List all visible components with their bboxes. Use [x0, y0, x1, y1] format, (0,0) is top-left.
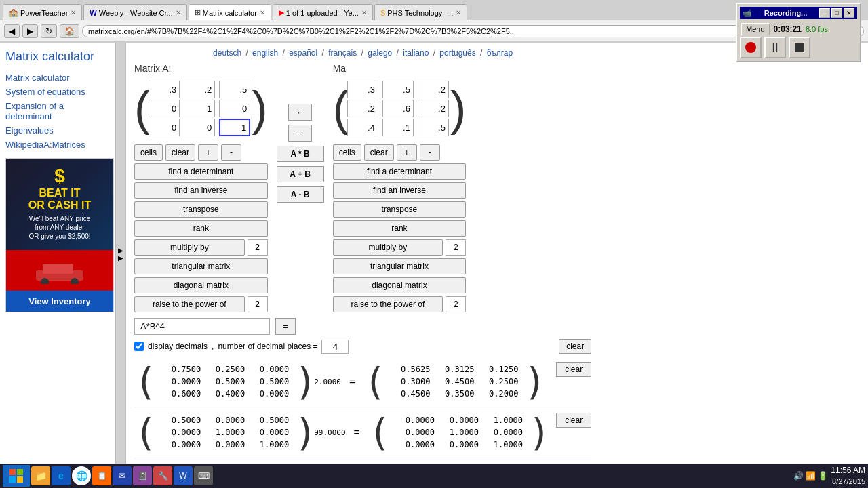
matrix-a-cells-button[interactable]: cells — [134, 144, 163, 161]
lang-galego[interactable]: galego — [368, 48, 392, 58]
tab-youtube[interactable]: ▶ 1 of 1 uploaded - Ye... ✕ — [273, 4, 373, 20]
collapse-sidebar[interactable]: ▶▶ — [115, 43, 126, 466]
result2-clear-button[interactable]: clear — [556, 413, 591, 428]
decimal-places-input[interactable] — [321, 340, 349, 354]
matrix-b-cell-21[interactable] — [382, 119, 414, 136]
formula-input[interactable] — [134, 318, 270, 335]
sidebar-item-eigenvalues[interactable]: Eigenvalues — [5, 125, 109, 136]
matrix-b-cell-02[interactable] — [418, 81, 449, 98]
matrix-a-rank-button[interactable]: rank — [134, 220, 268, 237]
maximize-button[interactable]: □ — [831, 8, 842, 18]
matrix-b-power-button[interactable]: raise to the power of — [333, 296, 443, 312]
matrix-b-minus-button[interactable]: - — [420, 144, 440, 161]
matrix-a-find-determinant-button[interactable]: find a determinant — [134, 163, 268, 180]
matrix-a-diagonal-button[interactable]: diagonal matrix — [134, 277, 268, 293]
matrix-b-multiply-button[interactable]: multiply by — [333, 239, 443, 256]
lang-english[interactable]: english — [252, 48, 278, 58]
menu-button[interactable]: Menu — [741, 23, 770, 35]
view-inventory-button[interactable]: View Inventory — [6, 291, 113, 312]
taskbar-file-explorer[interactable]: 📁 — [31, 466, 50, 485]
matrix-a-power-button[interactable]: raise to the power of — [134, 296, 245, 312]
matrix-b-cell-12[interactable] — [418, 100, 449, 117]
stop-button[interactable] — [789, 37, 810, 58]
tab-powerteacher[interactable]: 🏫 PowerTeacher ✕ — [3, 4, 82, 20]
tab-close[interactable]: ✕ — [456, 9, 461, 16]
matrix-a-cell-21[interactable] — [184, 119, 215, 136]
tab-phs[interactable]: S PHS Technology -... ✕ — [374, 4, 467, 20]
matrix-a-minus-button[interactable]: - — [221, 144, 241, 161]
matrix-b-cell-10[interactable] — [347, 100, 378, 117]
matrix-b-cell-20[interactable] — [347, 119, 378, 136]
tab-close[interactable]: ✕ — [260, 9, 265, 16]
lang-italiano[interactable]: italiano — [403, 48, 429, 58]
matrix-b-plus-button[interactable]: + — [397, 144, 417, 161]
matrix-a-find-inverse-button[interactable]: find an inverse — [134, 182, 268, 199]
equals-button[interactable]: = — [275, 318, 296, 335]
matrix-b-cell-22[interactable] — [418, 119, 449, 136]
matrix-b-cell-01[interactable] — [382, 81, 414, 98]
matrix-a-triangular-button[interactable]: triangular matrix — [134, 258, 268, 274]
lang-francais[interactable]: français — [328, 48, 357, 58]
sidebar-item-matrix[interactable]: Matrix calculator — [5, 73, 109, 83]
matrix-b-cells-button[interactable]: cells — [333, 144, 361, 161]
matrix-a-cell-20[interactable] — [149, 119, 180, 136]
display-decimals-checkbox[interactable] — [134, 342, 144, 351]
result1-clear-button[interactable]: clear — [556, 362, 591, 377]
ab-minus-button[interactable]: A - B — [277, 186, 324, 203]
matrix-b-transpose-button[interactable]: transpose — [333, 201, 467, 218]
refresh-button[interactable]: ↻ — [41, 24, 57, 38]
home-button[interactable]: 🏠 — [60, 24, 79, 38]
taskbar-icon-6[interactable]: 📓 — [133, 466, 152, 485]
sidebar-item-wikipedia[interactable]: WikipediaA:Matrices — [5, 140, 109, 150]
matrix-a-cell-01[interactable] — [184, 81, 215, 98]
matrix-a-cell-22[interactable] — [219, 119, 250, 136]
close-button[interactable]: ✕ — [844, 8, 854, 18]
matrix-b-find-determinant-button[interactable]: find a determinant — [333, 163, 467, 180]
tab-close[interactable]: ✕ — [361, 9, 367, 16]
taskbar-ie[interactable]: e — [52, 466, 71, 485]
matrix-a-cell-11[interactable] — [184, 100, 215, 117]
tab-weebly[interactable]: W Weebly - Website Cr... ✕ — [83, 4, 186, 20]
matrix-b-multiply-value[interactable] — [446, 239, 466, 256]
ab-plus-button[interactable]: A + B — [277, 166, 324, 182]
tab-close[interactable]: ✕ — [176, 9, 181, 16]
lang-bulgarian[interactable]: българ — [487, 48, 513, 58]
matrix-b-power-value[interactable] — [446, 296, 466, 312]
matrix-a-power-value[interactable] — [248, 296, 268, 312]
start-button[interactable] — [3, 465, 30, 487]
pause-button[interactable]: ⏸ — [764, 37, 786, 58]
matrix-a-clear-button[interactable]: clear — [165, 144, 195, 161]
left-arrow-button[interactable]: ← — [288, 104, 312, 121]
ab-multiply-button[interactable]: A * B — [277, 146, 324, 162]
taskbar-icon-7[interactable]: 🔧 — [153, 466, 172, 485]
matrix-a-multiply-value[interactable] — [248, 239, 268, 256]
matrix-b-triangular-button[interactable]: triangular matrix — [333, 258, 467, 274]
taskbar-chrome[interactable]: 🌐 — [72, 466, 91, 485]
matrix-b-diagonal-button[interactable]: diagonal matrix — [333, 277, 467, 293]
taskbar-icon-4[interactable]: 📋 — [92, 466, 111, 485]
matrix-b-cell-00[interactable] — [347, 81, 378, 98]
forward-button[interactable]: ▶ — [22, 24, 38, 38]
minimize-button[interactable]: _ — [819, 8, 830, 18]
tab-matrix-calculator[interactable]: ⊞ Matrix calculator ✕ — [189, 4, 271, 20]
decimals-clear-button[interactable]: clear — [559, 339, 591, 354]
matrix-b-find-inverse-button[interactable]: find an inverse — [333, 182, 467, 199]
taskbar-icon-8[interactable]: W — [174, 466, 193, 485]
taskbar-icon-5[interactable]: ✉ — [113, 466, 132, 485]
lang-deutsch[interactable]: deutsch — [213, 48, 241, 58]
matrix-a-multiply-button[interactable]: multiply by — [134, 239, 245, 256]
matrix-a-cell-10[interactable] — [149, 100, 180, 117]
matrix-a-cell-00[interactable] — [149, 81, 180, 98]
matrix-a-cell-02[interactable] — [219, 81, 250, 98]
back-button[interactable]: ◀ — [4, 24, 20, 38]
record-button[interactable] — [740, 37, 762, 58]
matrix-b-rank-button[interactable]: rank — [333, 220, 467, 237]
lang-espanol[interactable]: español — [289, 48, 317, 58]
matrix-b-clear-button[interactable]: clear — [364, 144, 394, 161]
lang-portugues[interactable]: português — [439, 48, 475, 58]
sidebar-item-expansion[interactable]: Expansion of a determinant — [5, 101, 109, 121]
right-arrow-button[interactable]: → — [288, 125, 312, 142]
matrix-a-cell-12[interactable] — [219, 100, 250, 117]
matrix-b-cell-11[interactable] — [382, 100, 414, 117]
matrix-a-plus-button[interactable]: + — [198, 144, 218, 161]
